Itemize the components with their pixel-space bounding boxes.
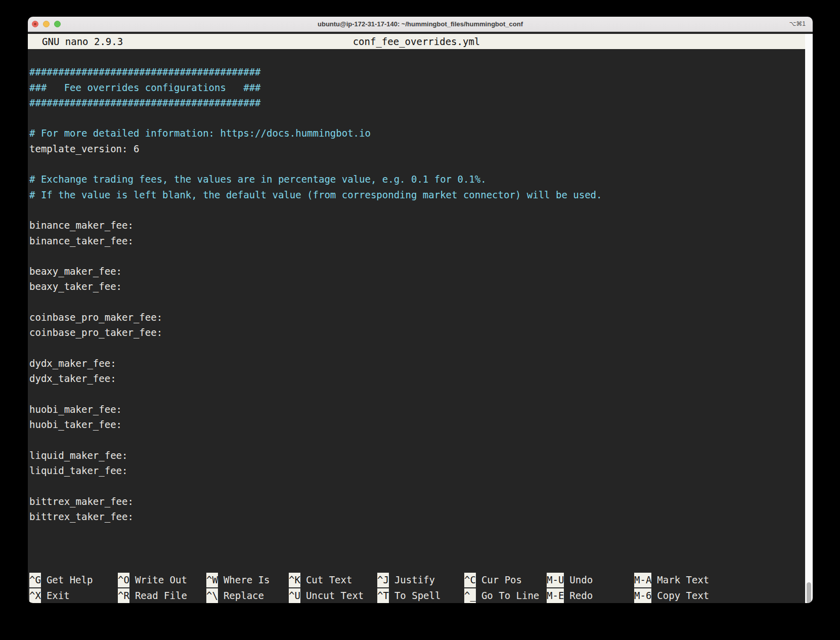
shortcut-label: Justify [394,574,435,585]
editor-line: ######################################## [29,64,813,79]
editor-line: # If the value is left blank, the defaul… [29,187,813,202]
editor-line: huobi_maker_fee: [29,402,813,417]
fullscreen-button[interactable] [54,21,61,27]
shortcut-key: M-U [547,573,564,587]
shortcut-label: Uncut Text [306,590,364,601]
editor-area[interactable]: ########################################… [28,49,813,524]
shortcut-item: ^WWhere Is [206,572,289,587]
editor-line: beaxy_maker_fee: [29,264,813,279]
scrollbar-thumb[interactable] [807,582,811,603]
nano-header-bar: GNU nano 2.9.3 conf_fee_overrides.yml [28,34,805,49]
nano-filename: conf_fee_overrides.yml [28,34,805,49]
editor-blank-line [29,478,813,493]
shortcut-label: Read File [135,590,187,601]
traffic-lights [28,21,61,27]
editor-line: liquid_maker_fee: [29,448,813,463]
editor-line: ### Fee overrides configurations ### [29,80,813,95]
shortcut-key: ^\ [206,588,218,603]
shortcut-key: ^J [377,573,389,587]
shortcut-key: M-6 [634,588,651,603]
shortcut-item: ^GGet Help [29,572,118,587]
editor-line: bittrex_taker_fee: [29,509,813,524]
shortcut-item: ^RRead File [118,588,206,603]
shortcut-key: ^O [118,573,129,587]
shortcut-item: ^KCut Text [289,572,377,587]
editor-blank-line [29,294,813,310]
shortcut-key: ^C [464,573,476,587]
shortcut-item: ^CCur Pos [464,572,547,587]
editor-blank-line [29,248,813,264]
nano-shortcut-bar: ^GGet Help^OWrite Out^WWhere Is^KCut Tex… [29,572,803,603]
shortcut-item: M-UUndo [547,572,634,587]
shortcut-label: Copy Text [657,590,709,601]
editor-line: binance_taker_fee: [29,233,813,248]
shortcut-label: Cut Text [306,574,352,585]
shortcut-label: Get Help [47,574,93,585]
editor-blank-line [29,156,813,172]
editor-line: template_version: 6 [29,141,813,156]
minimize-button[interactable] [43,21,50,27]
editor-line: # Exchange trading fees, the values are … [29,172,813,187]
editor-blank-line [29,110,813,125]
shortcut-key: M-A [634,573,651,587]
editor-line: dydx_taker_fee: [29,371,813,386]
editor-line: coinbase_pro_maker_fee: [29,310,813,325]
editor-line: beaxy_taker_fee: [29,279,813,294]
shortcut-label: Go To Line [481,590,539,601]
editor-line: huobi_taker_fee: [29,417,813,432]
shortcut-label: Replace [224,590,264,601]
shortcut-item: M-6Copy Text [634,588,803,603]
shortcut-label: Redo [569,590,593,601]
shortcut-key: ^X [29,588,41,603]
shortcut-item: M-AMark Text [634,572,803,587]
shortcut-row: ^XExit^RRead File^\Replace^UUncut Text^T… [29,588,803,603]
shortcut-item: M-ERedo [547,588,634,603]
shortcut-item: ^JJustify [377,572,464,587]
editor-line: coinbase_pro_taker_fee: [29,325,813,340]
window-titlebar[interactable]: ubuntu@ip-172-31-17-140: ~/hummingbot_fi… [28,17,813,32]
shortcut-label: Cur Pos [481,574,522,585]
shortcut-label: Undo [569,574,593,585]
editor-line: binance_maker_fee: [29,218,813,233]
shortcut-key: ^G [29,573,41,587]
close-button[interactable] [32,21,38,27]
editor-blank-line [29,202,813,218]
shortcut-item: ^UUncut Text [289,588,377,603]
shortcut-item: ^TTo Spell [377,588,464,603]
shortcut-row: ^GGet Help^OWrite Out^WWhere Is^KCut Tex… [29,572,803,587]
shortcut-item: ^_Go To Line [464,588,547,603]
editor-blank-line [29,432,813,447]
shortcut-key: ^W [206,573,218,587]
shortcut-key: ^_ [464,588,476,603]
editor-line: bittrex_maker_fee: [29,494,813,509]
shortcut-key: ^K [289,573,300,587]
shortcut-key: ^U [289,588,300,603]
editor-blank-line [29,340,813,356]
shortcut-label: Write Out [135,574,187,585]
shortcut-key: ^R [118,588,129,603]
shortcut-label: Where Is [224,574,270,585]
shortcut-item: ^OWrite Out [118,572,206,587]
editor-line: ######################################## [29,95,813,110]
editor-blank-line [29,387,813,402]
editor-line: liquid_taker_fee: [29,463,813,478]
shortcut-key: ^T [377,588,389,603]
editor-line: # For more detailed information: https:/… [29,125,813,141]
scrollbar-track[interactable] [805,34,813,603]
shortcut-label: To Spell [394,590,441,601]
editor-line: dydx_maker_fee: [29,356,813,371]
terminal-content[interactable]: GNU nano 2.9.3 conf_fee_overrides.yml ##… [28,34,813,603]
shortcut-label: Mark Text [657,574,709,585]
keyboard-shortcut-badge: ⌥⌘1 [789,17,806,31]
shortcut-item: ^\Replace [206,588,289,603]
shortcut-key: M-E [547,588,564,603]
shortcut-item: ^XExit [29,588,118,603]
terminal-window: ubuntu@ip-172-31-17-140: ~/hummingbot_fi… [28,17,813,603]
shortcut-label: Exit [47,590,70,601]
window-title: ubuntu@ip-172-31-17-140: ~/hummingbot_fi… [28,20,813,28]
